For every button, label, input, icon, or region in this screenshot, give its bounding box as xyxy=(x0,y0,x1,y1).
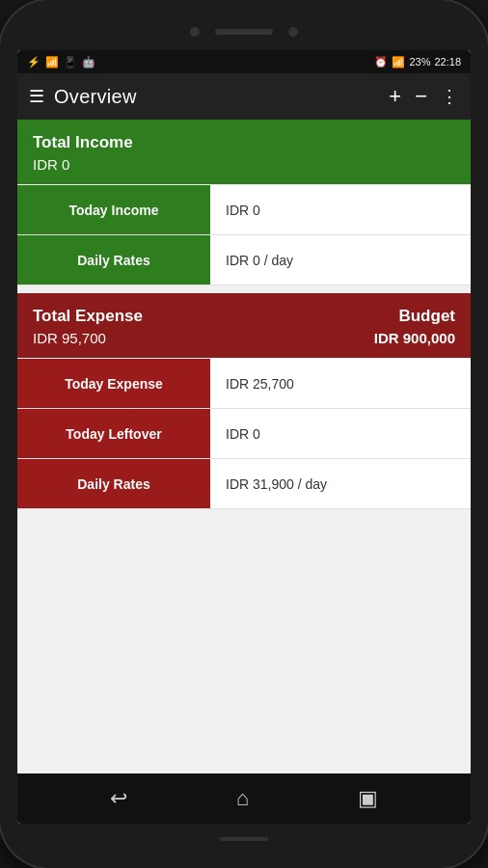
sim-icon: 📱 xyxy=(64,56,77,68)
recent-apps-button[interactable]: ▣ xyxy=(358,786,378,811)
today-expense-label: Today Expense xyxy=(17,359,210,408)
home-bar xyxy=(220,837,268,841)
hamburger-icon[interactable]: ☰ xyxy=(29,86,44,107)
screen: ⚡ 📶 📱 🤖 ⏰ 📶 23% 22:18 ☰ Overview + − ⋮ xyxy=(17,50,471,824)
status-bar: ⚡ 📶 📱 🤖 ⏰ 📶 23% 22:18 xyxy=(17,50,471,73)
income-daily-rates-label: Daily Rates xyxy=(17,235,210,285)
wifi-icon: 📶 xyxy=(45,56,59,68)
minus-button[interactable]: − xyxy=(415,86,427,107)
battery-percent: 23% xyxy=(409,56,430,68)
alarm-icon: ⏰ xyxy=(374,56,388,68)
earpiece-speaker xyxy=(215,29,273,35)
today-income-label: Today Income xyxy=(17,185,210,234)
today-expense-value: IDR 25,700 xyxy=(210,359,471,408)
income-section: Total Income IDR 0 xyxy=(17,120,471,184)
expense-title: Total Expense xyxy=(33,307,143,326)
home-button[interactable]: ⌂ xyxy=(236,786,249,811)
phone-bottom-decoration xyxy=(220,827,268,851)
back-button[interactable]: ↩ xyxy=(110,786,127,811)
budget-label: Budget xyxy=(398,307,455,326)
page-title: Overview xyxy=(54,86,379,108)
expense-daily-rates-row[interactable]: Daily Rates IDR 31,900 / day xyxy=(17,459,471,509)
today-income-value: IDR 0 xyxy=(210,185,471,234)
signal-icon: 📶 xyxy=(392,56,405,68)
android-icon: 🤖 xyxy=(82,56,95,68)
top-bar-actions: + − ⋮ xyxy=(389,86,459,107)
bottom-navigation: ↩ ⌂ ▣ xyxy=(17,773,471,824)
add-button[interactable]: + xyxy=(389,86,401,107)
income-total-amount: IDR 0 xyxy=(33,156,455,184)
main-content: Total Income IDR 0 Today Income IDR 0 Da… xyxy=(17,120,471,773)
expense-header: Total Expense Budget xyxy=(33,307,455,330)
today-expense-row[interactable]: Today Expense IDR 25,700 xyxy=(17,359,471,409)
expense-section: Total Expense Budget IDR 95,700 IDR 900,… xyxy=(17,293,471,358)
sensor xyxy=(288,27,298,37)
expense-daily-rates-label: Daily Rates xyxy=(17,459,210,508)
budget-amount: IDR 900,000 xyxy=(374,330,455,346)
top-action-bar: ☰ Overview + − ⋮ xyxy=(17,73,471,120)
income-header: Total Income xyxy=(33,133,455,156)
expense-daily-rates-value: IDR 31,900 / day xyxy=(210,459,471,508)
status-right-info: ⏰ 📶 23% 22:18 xyxy=(374,56,461,68)
today-leftover-label: Today Leftover xyxy=(17,409,210,458)
status-left-icons: ⚡ 📶 📱 🤖 xyxy=(27,56,95,68)
today-leftover-row[interactable]: Today Leftover IDR 0 xyxy=(17,409,471,459)
today-income-row[interactable]: Today Income IDR 0 xyxy=(17,185,471,235)
usb-icon: ⚡ xyxy=(27,56,41,68)
more-options-button[interactable]: ⋮ xyxy=(441,86,459,107)
today-leftover-value: IDR 0 xyxy=(210,409,471,458)
income-title: Total Income xyxy=(33,133,133,152)
clock: 22:18 xyxy=(434,56,461,68)
income-daily-rates-row[interactable]: Daily Rates IDR 0 / day xyxy=(17,235,471,285)
front-camera xyxy=(190,27,200,37)
phone-frame: ⚡ 📶 📱 🤖 ⏰ 📶 23% 22:18 ☰ Overview + − ⋮ xyxy=(0,0,488,868)
income-daily-rates-value: IDR 0 / day xyxy=(210,235,471,285)
phone-top-decoration xyxy=(17,17,471,46)
expense-total-amount: IDR 95,700 xyxy=(33,330,106,346)
